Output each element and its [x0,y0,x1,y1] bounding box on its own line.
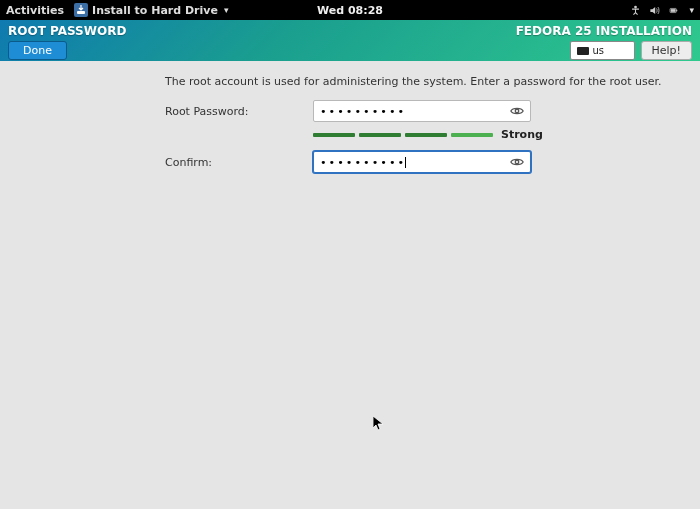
keyboard-layout-selector[interactable]: us [570,41,635,60]
root-password-form: The root account is used for administeri… [0,61,700,173]
show-password-icon[interactable] [510,104,524,118]
chevron-down-icon: ▾ [689,5,694,15]
strength-segment [451,133,493,137]
anaconda-header: ROOT PASSWORD Done FEDORA 25 INSTALLATIO… [0,20,700,61]
system-status-area[interactable]: ▾ [630,5,694,16]
confirm-mask: •••••••••• [320,156,406,169]
app-menu[interactable]: Install to Hard Drive ▾ [74,3,228,17]
gnome-top-bar: Activities Install to Hard Drive ▾ Wed 0… [0,0,700,20]
root-password-label: Root Password: [165,105,313,118]
mouse-cursor-icon [373,416,385,432]
confirm-password-label: Confirm: [165,156,313,169]
password-mask: •••••••••• [320,105,406,118]
show-password-icon[interactable] [510,155,524,169]
app-menu-label: Install to Hard Drive [92,4,218,17]
done-button[interactable]: Done [8,41,67,60]
help-button[interactable]: Help! [641,41,693,60]
svg-rect-0 [77,11,85,14]
root-password-input[interactable]: •••••••••• [313,100,531,122]
svg-rect-4 [671,9,676,12]
svg-point-5 [515,109,519,113]
svg-point-1 [635,5,638,8]
screen-title: ROOT PASSWORD [8,24,516,38]
volume-icon [649,5,660,16]
confirm-password-input[interactable]: •••••••••• [313,151,531,173]
strength-segment [405,133,447,137]
installer-app-icon [74,3,88,17]
keyboard-icon [577,47,589,55]
svg-rect-3 [677,9,678,10]
clock[interactable]: Wed 08:28 [317,4,383,17]
strength-segment [359,133,401,137]
battery-icon [668,5,679,16]
strength-segment [313,133,355,137]
activities-button[interactable]: Activities [6,4,64,17]
strength-label: Strong [501,128,543,141]
keyboard-layout-label: us [593,45,605,56]
password-strength-meter: Strong [313,128,670,141]
installer-title: FEDORA 25 INSTALLATION [516,24,692,38]
text-caret [405,157,406,168]
intro-text: The root account is used for administeri… [165,75,670,88]
accessibility-icon [630,5,641,16]
chevron-down-icon: ▾ [224,5,229,15]
svg-point-6 [515,160,519,164]
